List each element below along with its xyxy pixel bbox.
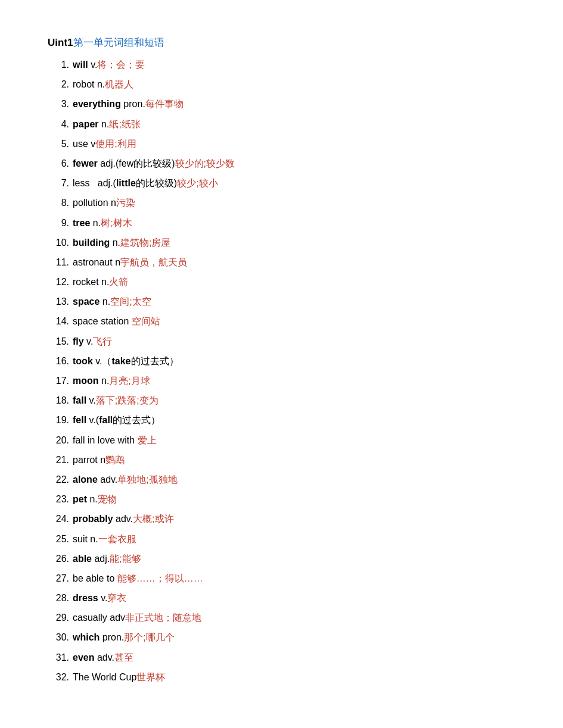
item-content: even adv.甚至 bbox=[73, 649, 515, 665]
item-number: 28. bbox=[48, 590, 69, 606]
item-number: 20. bbox=[48, 432, 69, 448]
item-word: everything bbox=[73, 99, 121, 109]
list-item: 19.fell v.(fall的过去式） bbox=[48, 412, 515, 428]
item-content: moon n.月亮;月球 bbox=[73, 373, 515, 389]
item-pos: adv. bbox=[113, 514, 133, 524]
list-item: 32.The World Cup世界杯 bbox=[48, 669, 515, 685]
item-definition: 一套衣服 bbox=[98, 534, 136, 544]
item-word: able bbox=[73, 554, 92, 564]
item-pos: v. bbox=[86, 395, 96, 405]
item-content: rocket n.火箭 bbox=[73, 274, 515, 290]
item-word: fall bbox=[73, 395, 86, 405]
item-content: space station 空间站 bbox=[73, 313, 515, 329]
item-definition: 污染 bbox=[116, 198, 135, 208]
list-item: 26.able adj.能;能够 bbox=[48, 551, 515, 567]
list-item: 30.which pron.那个;哪几个 bbox=[48, 629, 515, 645]
item-number: 26. bbox=[48, 551, 69, 567]
title-prefix: Uint1 bbox=[48, 37, 73, 48]
list-item: 11.astronaut n宇航员，航天员 bbox=[48, 254, 515, 270]
item-word: will bbox=[73, 60, 88, 70]
item-number: 23. bbox=[48, 491, 69, 507]
list-item: 29.casually adv非正式地；随意地 bbox=[48, 610, 515, 626]
item-pos: n. bbox=[87, 494, 98, 504]
item-word: pollution bbox=[73, 198, 108, 208]
item-definition: 爱上 bbox=[138, 435, 157, 445]
list-item: 3.everything pron.每件事物 bbox=[48, 96, 515, 112]
item-word: rocket bbox=[73, 277, 99, 287]
item-definition: 空间站 bbox=[132, 316, 160, 326]
list-item: 13.space n.空间;太空 bbox=[48, 293, 515, 310]
list-item: 12.rocket n.火箭 bbox=[48, 274, 515, 290]
item-content: less adj.(little的比较级)较少;较小 bbox=[73, 175, 515, 191]
item-pos: n bbox=[108, 198, 116, 208]
item-word: less bbox=[73, 178, 89, 188]
item-number: 1. bbox=[48, 57, 69, 73]
list-item: 5.use v使用;利用 bbox=[48, 136, 515, 152]
item-definition: 穿衣 bbox=[107, 593, 126, 603]
page-title: Uint1第一单元词组和短语 bbox=[48, 36, 515, 49]
list-item: 28.dress v.穿衣 bbox=[48, 590, 515, 606]
item-pos: n. bbox=[99, 119, 110, 129]
list-item: 6.fewer adj.(few的比较级)较少的;较少数 bbox=[48, 155, 515, 171]
list-item: 2.robot n.机器人 bbox=[48, 76, 515, 92]
item-number: 29. bbox=[48, 610, 69, 626]
list-item: 4.paper n.纸;纸张 bbox=[48, 116, 515, 132]
item-word: building bbox=[73, 238, 110, 248]
list-item: 15.fly v.飞行 bbox=[48, 333, 515, 349]
item-definition: 飞行 bbox=[93, 336, 112, 346]
item-number: 15. bbox=[48, 333, 69, 349]
list-item: 22.alone adv.单独地;孤独地 bbox=[48, 471, 515, 488]
item-pos: adj.(few的比较级) bbox=[98, 158, 175, 168]
item-definition: 鹦鹉 bbox=[105, 455, 125, 465]
item-content: space n.空间;太空 bbox=[73, 293, 515, 310]
item-content: fewer adj.(few的比较级)较少的;较少数 bbox=[73, 155, 515, 171]
item-definition: 月亮;月球 bbox=[109, 376, 150, 386]
item-content: able adj.能;能够 bbox=[73, 551, 515, 567]
item-content: fell v.(fall的过去式） bbox=[73, 412, 515, 428]
item-word: probably bbox=[73, 514, 113, 524]
list-item: 8.pollution n污染 bbox=[48, 195, 515, 211]
item-number: 4. bbox=[48, 116, 69, 132]
item-word: use bbox=[73, 139, 88, 149]
item-definition: 世界杯 bbox=[136, 672, 165, 682]
item-content: astronaut n宇航员，航天员 bbox=[73, 254, 515, 270]
item-word: The World Cup bbox=[73, 672, 136, 682]
page-container: Uint1第一单元词组和短语 1.will v.将；会；要2.robot n.机… bbox=[48, 36, 515, 685]
item-pos: adj.(little的比较级) bbox=[89, 178, 177, 188]
item-pos: v. bbox=[98, 593, 108, 603]
item-word: alone bbox=[73, 474, 98, 485]
item-number: 13. bbox=[48, 293, 69, 310]
list-item: 18.fall v.落下;跌落;变为 bbox=[48, 392, 515, 408]
item-number: 19. bbox=[48, 412, 69, 428]
item-number: 30. bbox=[48, 629, 69, 645]
item-content: probably adv.大概;或许 bbox=[73, 511, 515, 527]
item-definition: 树;树木 bbox=[101, 218, 132, 228]
item-pos: adj. bbox=[92, 554, 110, 564]
item-content: alone adv.单独地;孤独地 bbox=[73, 471, 515, 488]
item-word: fly bbox=[73, 336, 84, 346]
item-number: 8. bbox=[48, 195, 69, 211]
item-word: robot bbox=[73, 79, 94, 89]
item-content: suit n.一套衣服 bbox=[73, 531, 515, 547]
item-word: fewer bbox=[73, 158, 98, 168]
item-definition: 非正式地；随意地 bbox=[125, 613, 201, 623]
item-content: be able to 能够……；得以…… bbox=[73, 570, 515, 586]
item-pos: n bbox=[113, 257, 120, 267]
list-item: 17.moon n.月亮;月球 bbox=[48, 373, 515, 389]
item-content: robot n.机器人 bbox=[73, 76, 515, 92]
item-pos: n. bbox=[99, 296, 110, 307]
item-definition: 机器人 bbox=[105, 79, 133, 89]
item-pos: v bbox=[88, 139, 95, 149]
list-item: 1.will v.将；会；要 bbox=[48, 57, 515, 73]
item-number: 16. bbox=[48, 353, 69, 369]
item-number: 6. bbox=[48, 155, 69, 171]
item-definition: 落下;跌落;变为 bbox=[96, 395, 158, 405]
item-pos: adv. bbox=[98, 474, 118, 485]
item-pos: v.（take的过去式） bbox=[93, 356, 179, 366]
item-definition: 较少的;较少数 bbox=[175, 158, 235, 168]
list-item: 10.building n.建筑物;房屋 bbox=[48, 235, 515, 251]
item-definition: 建筑物;房屋 bbox=[120, 238, 170, 248]
item-content: everything pron.每件事物 bbox=[73, 96, 515, 112]
item-word: fall in love with bbox=[73, 435, 135, 445]
item-content: dress v.穿衣 bbox=[73, 590, 515, 606]
